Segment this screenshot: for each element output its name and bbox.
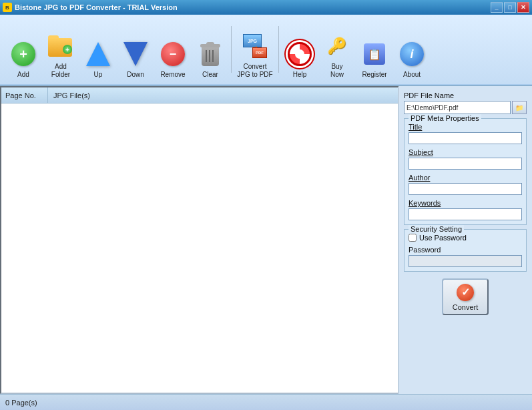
pdf-filename-section: PDF File Name E:\Demo\PDF.pdf 📁 [404,91,527,114]
add-folder-icon: + [47,32,75,60]
convert-button[interactable]: ✓ Convert [442,278,489,315]
author-label: Author [409,174,522,182]
app-icon: B [3,3,12,12]
security-section-title: Security Setting [409,225,464,233]
clear-label: Clear [202,71,218,79]
file-panel: Page No. JPG File(s) [0,86,398,394]
close-button[interactable]: ✕ [517,2,529,13]
author-input[interactable] [409,183,522,195]
up-button[interactable]: Up [80,21,116,81]
help-label: Help [293,71,307,79]
title-label: Title [409,123,522,131]
register-icon: 📋 [360,40,388,68]
add-label: Add [17,71,29,79]
register-label: Register [362,71,386,79]
convert-checkmark-icon: ✓ [457,284,474,301]
col-page-no-header: Page No. [1,87,48,103]
buy-label: BuyNow [330,63,344,79]
remove-icon: − [159,40,187,68]
security-section: Security Setting Use Password Password [404,229,527,272]
pdf-filename-row: E:\Demo\PDF.pdf 📁 [404,101,527,114]
about-label: About [403,71,421,79]
title-bar-controls: _ □ ✕ [491,2,529,13]
convert-toolbar-button[interactable]: JPG → PDF ConvertJPG to PDF [234,21,276,81]
clear-icon [196,40,224,68]
subject-field: Subject [409,148,522,170]
convert-btn-area: ✓ Convert [404,278,527,315]
register-button[interactable]: 📋 Register [356,21,392,81]
window-title: Bistone JPG to PDF Converter - TRIAL Ver… [15,3,178,11]
down-icon [121,40,150,68]
about-button[interactable]: i About [394,21,430,81]
right-panel: PDF File Name E:\Demo\PDF.pdf 📁 PDF Meta… [398,86,532,394]
buy-now-button[interactable]: 🔑 BuyNow [319,21,355,81]
meta-section-title: PDF Meta Properties [409,114,481,122]
title-field: Title [409,123,522,144]
convert-toolbar-label: ConvertJPG to PDF [237,63,272,79]
author-field: Author [409,174,522,195]
about-icon: i [398,40,426,68]
add-button[interactable]: + Add [5,21,41,81]
minimize-button[interactable]: _ [491,2,503,13]
convert-btn-label: Convert [453,303,479,311]
meta-properties-section: PDF Meta Properties Title Subject Author [404,118,527,225]
title-input[interactable] [409,132,522,144]
up-icon [84,40,112,68]
keywords-input[interactable] [409,208,522,220]
pdf-filename-label: PDF File Name [404,91,527,99]
convert-btn-icon: ✓ [456,283,475,302]
toolbar: + Add + AddFolder Up Down − Remove [0,15,532,85]
add-folder-button[interactable]: + AddFolder [43,21,79,81]
keywords-field: Keywords [409,199,522,220]
use-password-checkbox[interactable] [409,234,417,242]
down-button[interactable]: Down [117,21,154,81]
password-field: Password [409,246,522,267]
maximize-button[interactable]: □ [504,2,516,13]
pdf-filename-input[interactable]: E:\Demo\PDF.pdf [404,101,511,114]
browse-button[interactable]: 📁 [512,101,527,114]
down-label: Down [127,71,144,79]
password-input[interactable] [409,255,522,267]
keywords-label: Keywords [409,199,522,207]
buy-icon: 🔑 [323,32,351,60]
toolbar-separator [231,26,232,73]
title-bar-left: B Bistone JPG to PDF Converter - TRIAL V… [3,3,178,12]
help-icon [286,40,314,68]
clear-button[interactable]: Clear [192,21,228,81]
add-folder-label: AddFolder [51,63,70,79]
up-label: Up [94,71,103,79]
status-text: 0 Page(s) [5,399,37,407]
file-table-header: Page No. JPG File(s) [1,87,398,104]
status-bar: 0 Page(s) [0,394,532,410]
remove-button[interactable]: − Remove [155,21,191,81]
use-password-label: Use Password [419,234,467,242]
title-bar: B Bistone JPG to PDF Converter - TRIAL V… [0,0,532,15]
convert-icon: JPG → PDF [241,32,269,60]
remove-label: Remove [160,71,185,79]
password-label: Password [409,246,522,254]
col-jpg-file-header: JPG File(s) [48,87,398,103]
subject-input[interactable] [409,158,522,170]
subject-label: Subject [409,148,522,156]
help-button[interactable]: Help [282,21,318,81]
use-password-row: Use Password [409,234,522,242]
toolbar-separator-2 [278,26,279,73]
add-icon: + [9,40,37,68]
browse-icon: 📁 [515,104,523,112]
file-list-body[interactable] [1,104,398,393]
main-area: Page No. JPG File(s) PDF File Name E:\De… [0,85,532,394]
